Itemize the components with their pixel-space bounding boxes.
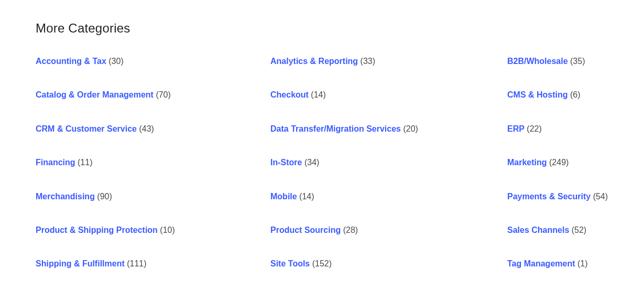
category-link[interactable]: Sales Channels: [507, 226, 569, 234]
category-link[interactable]: Payments & Security: [507, 192, 591, 201]
category-item: Tag Management (1): [507, 258, 608, 270]
category-link[interactable]: Shipping & Fulfillment: [36, 259, 125, 268]
category-link[interactable]: B2B/Wholesale: [507, 57, 568, 66]
category-item: In-Store (34): [270, 157, 507, 168]
category-item: Catalog & Order Management (70): [36, 89, 270, 101]
category-item: Marketing (249): [507, 157, 608, 168]
category-item: Financing (11): [36, 157, 270, 168]
category-count: (14): [297, 192, 314, 201]
category-item: Site Tools (152): [270, 258, 507, 270]
category-count: (6): [568, 90, 581, 99]
category-count: (249): [547, 158, 569, 167]
category-item: ERP (22): [507, 123, 608, 135]
category-count: (20): [401, 124, 418, 133]
category-link[interactable]: ERP: [507, 124, 525, 133]
category-count: (14): [309, 90, 326, 99]
category-link[interactable]: Mobile: [270, 192, 297, 201]
category-item: Payments & Security (54): [507, 191, 608, 202]
category-link[interactable]: CMS & Hosting: [507, 90, 568, 99]
category-count: (111): [125, 259, 147, 268]
category-count: (1): [575, 259, 588, 268]
category-count: (22): [525, 124, 542, 133]
category-link[interactable]: In-Store: [270, 158, 302, 167]
category-item: Data Transfer/Migration Services (20): [270, 123, 507, 135]
category-link[interactable]: Analytics & Reporting: [270, 57, 358, 66]
category-count: (11): [75, 158, 93, 167]
category-link[interactable]: Product Sourcing: [270, 226, 341, 234]
category-item: Analytics & Reporting (33): [270, 56, 507, 67]
category-count: (54): [591, 192, 608, 201]
category-item: Sales Channels (52): [507, 224, 608, 236]
category-link[interactable]: Data Transfer/Migration Services: [270, 124, 401, 133]
category-link[interactable]: Site Tools: [270, 259, 310, 268]
category-item: Mobile (14): [270, 191, 507, 202]
category-count: (52): [569, 226, 586, 234]
category-count: (90): [95, 192, 112, 201]
category-count: (70): [154, 90, 171, 99]
category-link[interactable]: Accounting & Tax: [36, 57, 106, 66]
category-count: (35): [568, 57, 585, 66]
category-link[interactable]: Checkout: [270, 90, 309, 99]
categories-section: More Categories Accounting & Tax (30)Ana…: [0, 0, 644, 300]
category-item: Shipping & Fulfillment (111): [36, 258, 270, 270]
category-count: (152): [310, 259, 332, 268]
category-count: (34): [302, 158, 319, 167]
category-link[interactable]: CRM & Customer Service: [36, 124, 137, 133]
section-heading: More Categories: [36, 21, 608, 36]
category-item: Product Sourcing (28): [270, 224, 507, 236]
categories-grid: Accounting & Tax (30)Analytics & Reporti…: [36, 56, 608, 270]
category-count: (28): [341, 226, 358, 234]
category-link[interactable]: Marketing: [507, 158, 547, 167]
category-link[interactable]: Tag Management: [507, 259, 575, 268]
category-link[interactable]: Catalog & Order Management: [36, 90, 154, 99]
category-item: Accounting & Tax (30): [36, 56, 270, 67]
category-link[interactable]: Financing: [36, 158, 75, 167]
category-item: B2B/Wholesale (35): [507, 56, 608, 67]
category-count: (30): [106, 57, 124, 66]
category-item: CMS & Hosting (6): [507, 89, 608, 101]
category-count: (43): [137, 124, 154, 133]
category-link[interactable]: Product & Shipping Protection: [36, 226, 158, 234]
category-link[interactable]: Merchandising: [36, 192, 95, 201]
category-item: Checkout (14): [270, 89, 507, 101]
category-count: (10): [158, 226, 175, 234]
category-count: (33): [358, 57, 375, 66]
category-item: Merchandising (90): [36, 191, 270, 202]
category-item: Product & Shipping Protection (10): [36, 224, 270, 236]
category-item: CRM & Customer Service (43): [36, 123, 270, 135]
